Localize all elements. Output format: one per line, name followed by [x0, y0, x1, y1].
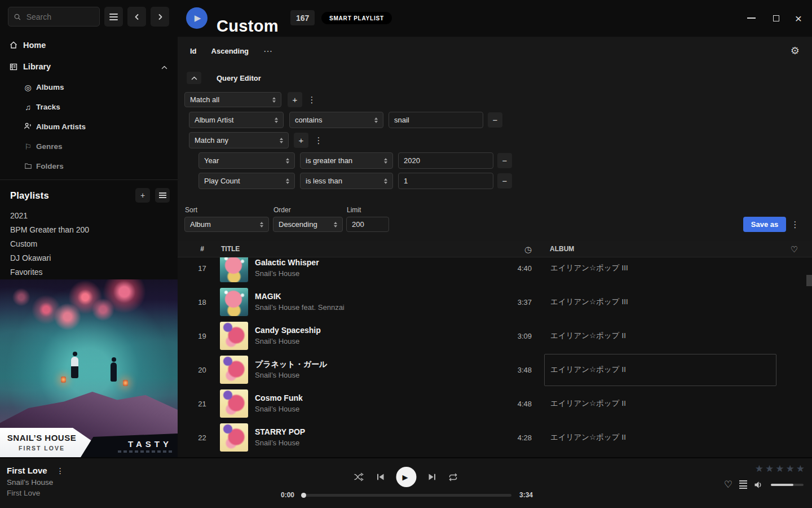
group-more-button[interactable]: ⋮ [306, 92, 317, 107]
nav-forward-button[interactable] [151, 7, 169, 27]
seek-bar[interactable] [302, 494, 511, 497]
playlist-play-button[interactable]: ▶ [186, 7, 208, 29]
playlist-list-options-button[interactable] [155, 188, 170, 203]
shuffle-button[interactable] [354, 472, 365, 481]
star-icon[interactable]: ★ [755, 464, 764, 474]
genres-icon: ⚐ [24, 143, 32, 151]
sort-label: Sort [185, 206, 197, 214]
match-group-select[interactable]: Match all [184, 92, 281, 107]
queue-button[interactable] [739, 480, 747, 489]
track-album-cell[interactable]: エイリアン☆ポップ III [544, 286, 776, 318]
now-playing-artist[interactable]: Snail’s House [7, 478, 64, 487]
rule-value-input[interactable] [389, 112, 483, 128]
playlists-section: Playlists + 2021 BPM Greater than 200 Cu… [0, 179, 178, 279]
star-icon[interactable]: ★ [775, 464, 784, 474]
menu-button[interactable] [104, 7, 123, 27]
sidebar-item-folders[interactable]: Folders [0, 156, 178, 176]
add-rule-button[interactable]: + [288, 92, 302, 107]
star-icon[interactable]: ★ [765, 464, 774, 474]
sidebar-item-library[interactable]: Library [0, 56, 178, 77]
app-window: Home Library ◎ Albums ♫ Tracks [0, 0, 812, 508]
query-editor-collapse-button[interactable] [187, 72, 201, 84]
nav-back-button[interactable] [127, 7, 146, 27]
remove-rule-button[interactable]: − [488, 112, 502, 128]
playlist-item[interactable]: 2021 [10, 208, 170, 222]
star-icon[interactable]: ★ [786, 464, 795, 474]
column-header-title[interactable]: TITLE [220, 245, 504, 253]
more-options-button[interactable]: ⋯ [263, 46, 273, 56]
play-button[interactable]: ▶ [396, 467, 417, 487]
rule-field-select[interactable]: Play Count [198, 173, 295, 189]
rule-operator-select[interactable]: is less than [300, 173, 393, 189]
track-row[interactable]: 22 STARRY POP Snail’s House 4:28 エイリアン☆ポ… [178, 421, 812, 454]
track-row[interactable]: 21 Cosmo Funk Snail’s House 4:48 エイリアン☆ポ… [178, 387, 812, 421]
star-icon[interactable]: ★ [796, 464, 805, 474]
volume-icon[interactable] [754, 481, 764, 489]
track-album-cell[interactable]: エイリアン☆ポップ II [544, 320, 776, 352]
playlist-item[interactable]: DJ Okawari [10, 251, 170, 265]
favorite-button[interactable]: ♡ [724, 480, 732, 489]
window-maximize-button[interactable] [768, 10, 784, 26]
query-more-button[interactable]: ⋮ [789, 217, 801, 232]
playlists-title: Playlists [10, 190, 49, 201]
track-row[interactable]: 18 MAGIK Snail’s House feat. Sennzai 3:3… [178, 285, 812, 319]
repeat-button[interactable] [448, 473, 458, 481]
add-playlist-button[interactable]: + [135, 188, 150, 203]
track-duration: 3:37 [504, 298, 532, 306]
select-updown-icon [260, 222, 263, 227]
volume-slider[interactable] [771, 484, 804, 486]
rule-operator-select[interactable]: contains [289, 112, 383, 128]
remove-rule-button[interactable]: − [497, 153, 512, 168]
track-album-cell[interactable]: エイリアン☆ポップ II [544, 388, 776, 420]
clock-icon[interactable]: ◷ [504, 245, 532, 253]
sidebar-item-genres[interactable]: ⚐ Genres [0, 137, 178, 156]
sort-select[interactable]: Album [184, 217, 269, 232]
window-minimize-button[interactable] [743, 10, 759, 26]
next-button[interactable] [428, 473, 437, 481]
sidebar-item-album-artists[interactable]: Album Artists [0, 117, 178, 137]
search-box[interactable] [8, 7, 100, 27]
home-icon [9, 41, 18, 50]
match-group-select[interactable]: Match any [189, 132, 289, 148]
playlist-item[interactable]: Favorites [10, 265, 170, 279]
rule-field-select[interactable]: Year [198, 152, 295, 169]
remove-rule-button[interactable]: − [497, 173, 512, 189]
track-album-cell-focused[interactable]: エイリアン☆ポップ II [544, 354, 776, 386]
playlist-header-bar: ▶ Custom 167 SMART PLAYLIST × [178, 0, 812, 37]
previous-button[interactable] [376, 473, 385, 481]
window-close-button[interactable]: × [791, 10, 806, 26]
now-playing-album[interactable]: First Love [7, 489, 64, 497]
limit-input[interactable] [346, 217, 389, 232]
heart-icon[interactable]: ♡ [776, 245, 812, 253]
column-header-album[interactable]: ALBUM [544, 245, 776, 253]
playlist-item[interactable]: Custom [10, 237, 170, 251]
sidebar-item-tracks[interactable]: ♫ Tracks [0, 97, 178, 117]
search-input[interactable] [25, 12, 94, 22]
rating-stars[interactable]: ★ ★ ★ ★ ★ [755, 464, 805, 474]
rule-field-select[interactable]: Album Artist [189, 112, 284, 128]
track-album-cell[interactable]: エイリアン☆ポップ II [544, 422, 776, 454]
order-select[interactable]: Descending [273, 217, 343, 232]
settings-gear-button[interactable]: ⚙ [791, 46, 800, 56]
group-more-button[interactable]: ⋮ [313, 133, 324, 148]
save-as-button[interactable]: Save as [743, 217, 786, 232]
track-row[interactable]: 20 プラネット・ガール Snail’s House 3:48 エイリアン☆ポッ… [178, 353, 812, 387]
column-header-number[interactable]: # [178, 245, 220, 253]
rule-value-input[interactable] [398, 152, 493, 169]
plus-icon: + [293, 95, 298, 104]
rule-value-input[interactable] [398, 173, 493, 189]
add-rule-button[interactable]: + [294, 133, 308, 148]
volume-fill [771, 484, 793, 486]
vertical-scrollbar-thumb[interactable] [806, 275, 812, 286]
now-playing-more-button[interactable]: ⋮ [56, 466, 64, 475]
seek-handle[interactable] [301, 493, 306, 498]
sort-field-button[interactable]: Id [190, 47, 197, 55]
sidebar-item-home[interactable]: Home [0, 34, 178, 56]
playlist-item[interactable]: BPM Greater than 200 [10, 222, 170, 237]
sidebar-item-albums[interactable]: ◎ Albums [0, 77, 178, 97]
sort-order-button[interactable]: Ascending [211, 47, 249, 55]
track-row[interactable]: 19 Candy Spaceship Snail’s House 3:09 エイ… [178, 319, 812, 353]
minimize-icon [747, 17, 756, 19]
rule-operator-select[interactable]: is greater than [300, 152, 393, 169]
chevron-up-icon[interactable] [161, 62, 167, 71]
